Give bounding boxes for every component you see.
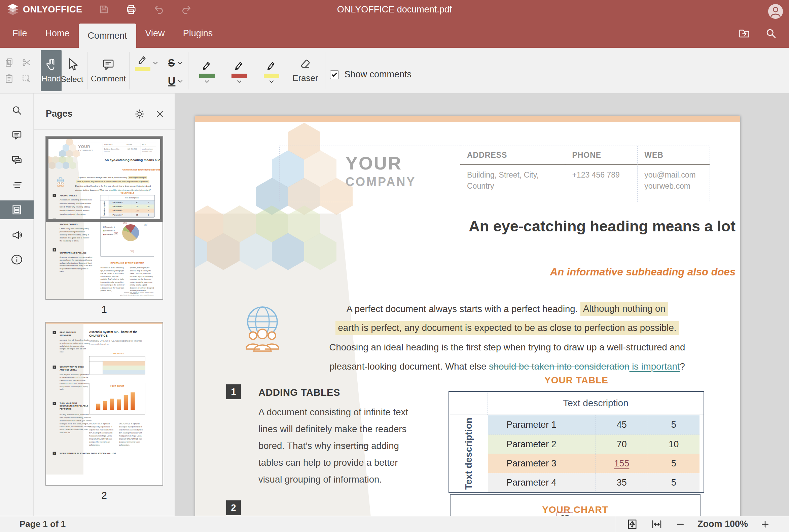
strikeout-tool-button[interactable]: S <box>168 58 183 68</box>
highlighter-pen-icon <box>137 55 148 66</box>
eraser-button[interactable]: Eraser <box>290 50 320 91</box>
show-comments-checkbox[interactable] <box>330 70 339 79</box>
company-logo: YOUR COMPANY <box>279 146 460 202</box>
sidebar-page-thumbnails-button[interactable] <box>0 201 34 219</box>
left-sidebar <box>0 94 34 516</box>
page-top-accent-bar <box>195 116 740 122</box>
section-7-badge: 7 <box>53 452 56 455</box>
section-7-title: WORK WITH PDF FILES WITHIN THE PLATFORM … <box>59 452 139 455</box>
visible-area-indicator[interactable] <box>45 136 163 222</box>
sidebar-chat-button[interactable] <box>0 151 34 170</box>
tab-plugins[interactable]: Plugins <box>174 19 222 48</box>
chevron-down-icon[interactable] <box>178 80 183 83</box>
highlighted-text: Although nothing on <box>581 302 668 316</box>
section-6-title: TURN YOUR TEXT DOCUMENTS INTO FILLABLE P… <box>59 401 88 410</box>
pen-icon <box>201 60 213 72</box>
tab-file[interactable]: File <box>3 19 36 48</box>
highlighted-text: earth is perfect, any document is expect… <box>335 321 679 335</box>
sidebar-search-button[interactable] <box>0 101 34 120</box>
tab-home[interactable]: Home <box>36 19 79 48</box>
rectangle-select-button[interactable] <box>21 74 32 84</box>
pen-icon <box>266 60 277 72</box>
section-5-title: CONVERT PDF TO DOCX AND VICE VERSA <box>59 365 87 371</box>
fit-page-button[interactable] <box>626 518 638 530</box>
section-4-badge: 4 <box>53 331 56 334</box>
zoom-out-button[interactable] <box>675 519 685 529</box>
document-title: ONLYOFFICE document.pdf <box>337 4 452 15</box>
titlebar: ONLYOFFICE ONLYOFFICE document.pdf <box>0 0 789 19</box>
save-button[interactable] <box>98 4 109 15</box>
section-4-title: READ PDF FILES ANYWHERE <box>59 331 83 337</box>
strikeout-icon: S <box>168 58 175 68</box>
table-corner-cell <box>449 392 488 415</box>
pdf-page-2: 4 READ PDF FILES ANYWHERE open and view … <box>46 323 163 485</box>
underline-icon: U <box>168 76 175 87</box>
pages-panel-header: Pages <box>34 94 175 130</box>
paste-button[interactable] <box>4 74 14 84</box>
section-4-body: open and view pdf files online, locally … <box>59 339 91 354</box>
importance-title: IMPORTANCE OF TEXT CONTENT <box>100 262 154 264</box>
page2-col1: ONLYOFFICE is a project developed by exp… <box>89 422 115 446</box>
table-row-header: Text description <box>449 415 488 492</box>
strikethrough-word: inserting <box>334 440 369 451</box>
highlight-tool-button[interactable] <box>135 55 158 71</box>
app-name: ONLYOFFICE <box>23 4 82 15</box>
pen-red-button[interactable] <box>225 58 253 83</box>
open-file-location-button[interactable] <box>738 27 751 40</box>
select-tool-button[interactable]: Select <box>61 50 82 91</box>
document-viewer[interactable]: YOUR COMPANY ADDRESS PHONE WEB Building,… <box>175 94 789 516</box>
chevron-down-icon[interactable] <box>178 61 182 64</box>
tab-comment[interactable]: Comment <box>79 23 136 48</box>
document-heading: An eye-catching heading means a lot <box>262 217 735 235</box>
sidebar-headings-button[interactable] <box>0 175 34 194</box>
contact-address: Building, Street, City,Country <box>460 165 565 202</box>
section-1-body: A document consisting of infinite text l… <box>258 404 411 488</box>
page2-table <box>89 356 145 374</box>
undo-button[interactable] <box>153 4 165 15</box>
sidebar-comments-button[interactable] <box>0 126 34 145</box>
zoom-in-button[interactable] <box>760 519 770 529</box>
comment-tool-button[interactable]: Comment <box>92 50 125 91</box>
table-row: Parameter 1 45 5 <box>488 415 699 435</box>
show-comments-label: Show comments <box>344 69 411 80</box>
section-1-title: ADDING TABLES <box>258 387 340 398</box>
copy-button[interactable] <box>4 57 14 68</box>
page-indicator: Page 1 of 1 <box>19 519 66 529</box>
page2-subheading: Originally ONLYOFFICE was designed for i… <box>89 339 145 346</box>
cut-button[interactable] <box>21 57 32 68</box>
contact-header-phone: PHONE <box>565 146 637 165</box>
table-column-header: Text description <box>488 392 703 415</box>
thumbnails-settings-button[interactable] <box>134 109 145 119</box>
pie-callout: 15 <box>114 232 118 235</box>
table-row: Parameter 2 70 10 <box>488 435 699 454</box>
tab-view[interactable]: View <box>136 19 174 48</box>
print-button[interactable] <box>126 4 137 15</box>
your-chart-title: YOUR CHART <box>451 505 700 515</box>
sidebar-about-button[interactable] <box>0 250 34 269</box>
redo-button[interactable] <box>181 4 192 15</box>
chevron-down-icon[interactable] <box>269 80 274 83</box>
page-thumbnail-1[interactable]: YOUR COMPANY ADDRESS PHONE WEB Building,… <box>45 136 163 300</box>
hand-tool-button[interactable]: Hand <box>41 50 61 91</box>
pen-green-button[interactable] <box>193 58 221 83</box>
table-row: Parameter 4 35 5 <box>488 473 699 492</box>
user-avatar[interactable] <box>768 4 783 19</box>
chevron-down-icon[interactable] <box>205 80 209 83</box>
chevron-down-icon[interactable] <box>237 80 242 83</box>
chevron-down-icon[interactable] <box>153 61 158 64</box>
onlyoffice-logo-icon <box>6 3 19 16</box>
sidebar-feedback-button[interactable] <box>0 225 34 244</box>
your-table-title: YOUR TABLE <box>448 375 704 386</box>
zoom-level[interactable]: Zoom 100% <box>697 519 748 529</box>
page-thumbnail-2[interactable]: 4 READ PDF FILES ANYWHERE open and view … <box>45 322 163 486</box>
close-panel-button[interactable] <box>155 109 165 119</box>
parameters-table: Text description Text description Parame… <box>448 391 704 493</box>
underline-tool-button[interactable]: U <box>168 76 183 87</box>
fit-width-button[interactable] <box>650 518 663 530</box>
inserted-text-annotation: is important <box>629 361 680 372</box>
search-button[interactable] <box>765 27 777 39</box>
pen-yellow-button[interactable] <box>258 58 285 83</box>
quote: Words are a lens to focus one’s mind. -A… <box>111 291 154 296</box>
pages-panel: Pages YOUR COMPANY <box>34 94 175 516</box>
section-6-body: use any .docx document, download a form … <box>59 413 92 434</box>
